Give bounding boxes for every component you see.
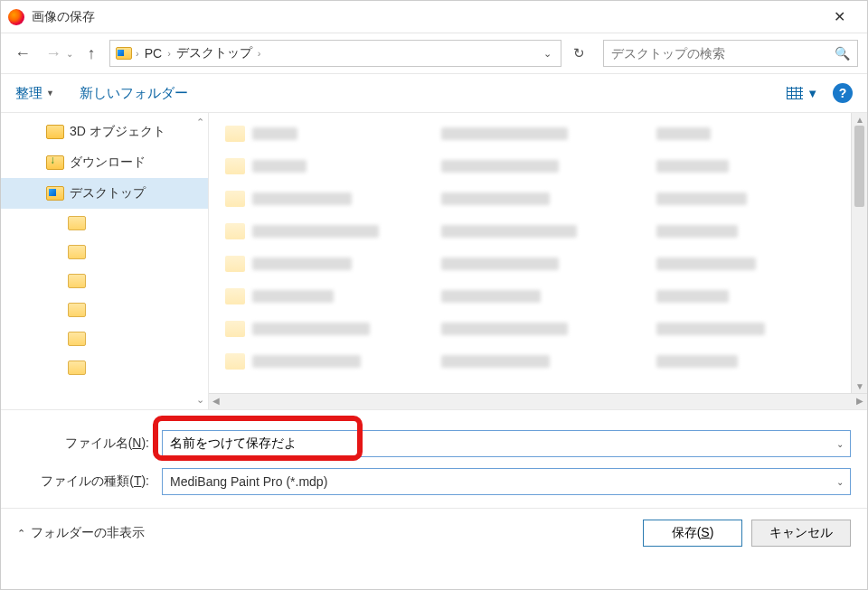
titlebar: 画像の保存 ✕ [1, 1, 867, 33]
chevron-right-icon[interactable]: › [136, 48, 139, 59]
sidebar-subitem[interactable] [1, 295, 208, 324]
folder-icon [68, 216, 86, 230]
help-button[interactable]: ? [833, 83, 853, 103]
file-list[interactable] [209, 113, 867, 393]
list-item[interactable] [225, 155, 405, 178]
sidebar-item-label: 3D オブジェクト [70, 124, 165, 140]
sidebar-tree[interactable]: ⌃ 3D オブジェクト ダウンロード デスクトップ ⌄ [1, 113, 209, 409]
folder-icon [68, 332, 86, 346]
sidebar-item-3d-objects[interactable]: 3D オブジェクト [1, 117, 208, 147]
toolbar: 整理 ▼ 新しいフォルダー ▼ ? [1, 73, 867, 113]
list-item[interactable] [656, 350, 836, 373]
sidebar-subitem[interactable] [1, 324, 208, 353]
breadcrumb-current[interactable]: デスクトップ [175, 45, 254, 61]
list-item[interactable] [441, 122, 621, 145]
sidebar-item-label: ダウンロード [70, 155, 146, 171]
refresh-button[interactable]: ↻ [567, 40, 590, 67]
list-item[interactable] [656, 220, 836, 243]
folder-icon [68, 361, 86, 375]
scrollbar-thumb[interactable] [854, 126, 864, 207]
sidebar-subitem[interactable] [1, 209, 208, 238]
refresh-icon: ↻ [573, 45, 585, 61]
list-item[interactable] [225, 285, 405, 308]
nav-back-button[interactable]: ← [10, 41, 35, 66]
scroll-up-caret[interactable]: ⌃ [196, 117, 204, 128]
list-item[interactable] [441, 187, 621, 211]
save-button[interactable]: 保存(S) [643, 520, 742, 547]
list-item[interactable] [225, 317, 405, 341]
close-button[interactable]: ✕ [818, 1, 860, 33]
nav-recent-caret[interactable]: ⌄ [66, 49, 73, 59]
filetype-combo[interactable]: MediBang Paint Pro (*.mdp) ⌄ [162, 468, 851, 495]
address-dropdown[interactable]: ⌄ [540, 48, 555, 60]
folder-icon [225, 158, 245, 174]
horizontal-scrollbar[interactable] [209, 393, 867, 409]
breadcrumb-root[interactable]: PC [143, 46, 164, 61]
nav-up-button[interactable]: ↑ [79, 41, 104, 66]
app-icon [8, 9, 24, 25]
list-item[interactable] [225, 350, 405, 373]
sidebar-item-label: デスクトップ [70, 185, 146, 201]
sidebar-subitem[interactable] [1, 353, 208, 382]
folder-icon [225, 288, 245, 304]
filename-dropdown-caret[interactable]: ⌄ [830, 439, 850, 449]
main-area: ⌃ 3D オブジェクト ダウンロード デスクトップ ⌄ [1, 113, 867, 410]
file-area [209, 113, 867, 409]
list-item[interactable] [225, 187, 405, 211]
chevron-up-icon: ⌃ [17, 528, 25, 539]
close-icon: ✕ [834, 8, 845, 25]
list-item[interactable] [656, 155, 836, 178]
desktop-icon [116, 47, 132, 60]
folder-icon [225, 191, 245, 207]
list-item[interactable] [225, 220, 405, 243]
list-item[interactable] [441, 350, 621, 373]
filetype-label: ファイルの種類(T): [17, 473, 162, 490]
sidebar-subitem[interactable] [1, 238, 208, 267]
sidebar-item-downloads[interactable]: ダウンロード [1, 147, 208, 178]
nav-forward-button[interactable]: → [41, 41, 66, 66]
list-item[interactable] [441, 285, 621, 308]
list-item[interactable] [441, 155, 621, 178]
sidebar-item-desktop[interactable]: デスクトップ [1, 178, 208, 209]
list-item[interactable] [441, 220, 621, 243]
search-input[interactable] [611, 46, 835, 61]
list-item[interactable] [441, 317, 621, 341]
list-item[interactable] [656, 252, 836, 276]
folder-icon [225, 353, 245, 370]
scroll-down-caret[interactable]: ⌄ [196, 394, 204, 406]
folder-icon [225, 321, 245, 337]
cancel-button[interactable]: キャンセル [751, 520, 851, 547]
filetype-value: MediBang Paint Pro (*.mdp) [163, 474, 830, 489]
organize-button[interactable]: 整理 ▼ [15, 85, 54, 102]
sidebar-subitem[interactable] [1, 267, 208, 295]
downloads-icon [46, 155, 64, 170]
list-item[interactable] [441, 252, 621, 276]
new-folder-button[interactable]: 新しいフォルダー [80, 85, 188, 102]
footer: ⌃ フォルダーの非表示 保存(S) キャンセル [1, 509, 867, 557]
desktop-icon [46, 186, 64, 201]
nav-row: ← → ⌄ ↑ › PC › デスクトップ › ⌄ ↻ 🔍 [1, 33, 867, 73]
list-item[interactable] [656, 285, 836, 308]
filename-combo[interactable]: ⌄ [162, 430, 851, 457]
view-options-button[interactable]: ▼ [787, 87, 818, 100]
chevron-right-icon[interactable]: › [167, 48, 171, 59]
list-item[interactable] [656, 122, 836, 145]
hide-folders-toggle[interactable]: ⌃ フォルダーの非表示 [17, 525, 145, 541]
caret-down-icon: ▼ [807, 87, 818, 100]
form-area: ファイル名(N): ⌄ ファイルの種類(T): MediBang Paint P… [1, 410, 867, 509]
vertical-scrollbar[interactable] [851, 113, 867, 393]
address-bar[interactable]: › PC › デスクトップ › ⌄ [109, 40, 561, 67]
search-box[interactable]: 🔍 [603, 40, 858, 67]
chevron-right-icon[interactable]: › [258, 48, 261, 59]
list-item[interactable] [225, 252, 405, 276]
folder-icon [225, 126, 245, 142]
caret-down-icon: ▼ [46, 89, 54, 98]
folder-icon [225, 256, 245, 272]
search-icon[interactable]: 🔍 [835, 46, 850, 61]
filetype-dropdown-caret[interactable]: ⌄ [830, 477, 850, 487]
list-item[interactable] [656, 187, 836, 211]
list-item[interactable] [656, 317, 836, 341]
filename-input[interactable] [163, 436, 830, 451]
folder-icon [68, 274, 86, 288]
list-item[interactable] [225, 122, 405, 145]
